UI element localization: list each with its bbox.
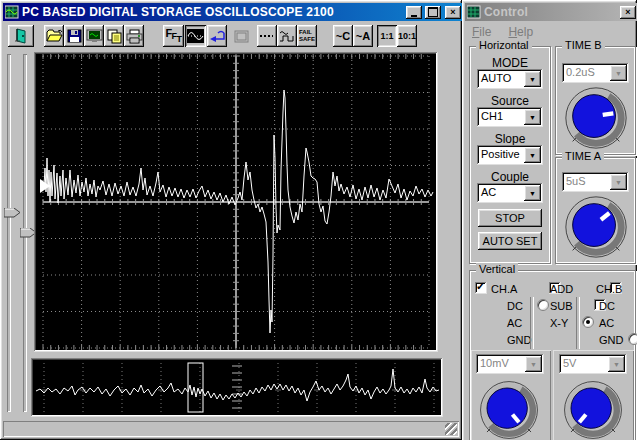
preview-display: [31, 358, 443, 417]
time-b-knob[interactable]: [560, 83, 632, 153]
slope-dropdown-arrow-icon[interactable]: ▼: [524, 147, 541, 163]
ch-a-volts-arrow-icon: ▼: [525, 356, 542, 372]
ch-b-label: CH.B: [596, 283, 622, 295]
trigger-level-marker[interactable]: [40, 179, 50, 193]
vertical-group-label: Vertical: [476, 263, 518, 275]
status-bar: [3, 421, 459, 437]
monitor-icon: [86, 29, 103, 43]
slope-select[interactable]: Positive▼: [477, 145, 543, 165]
radio-ch-a-ac[interactable]: [582, 316, 594, 328]
control-titlebar[interactable]: Control ×: [465, 3, 637, 21]
ch-a-ac-label: AC: [507, 317, 522, 329]
radio-ch-a-dc[interactable]: [537, 299, 549, 311]
ch-b-gain-knob[interactable]: [557, 377, 629, 440]
checkbox-ch-a[interactable]: ✓: [475, 282, 487, 294]
slope-value: Positive: [477, 145, 522, 165]
calibrate-c-button[interactable]: ~C: [333, 25, 353, 47]
control-window-title: Control: [484, 5, 528, 19]
horizontal-group: Horizontal MODE AUTO▼ Source CH1▼ Slope …: [469, 46, 551, 264]
auto-set-button[interactable]: AUTO SET: [478, 232, 542, 250]
fft-icon: FFT: [166, 28, 182, 44]
time-a-dropdown-arrow-icon: ▼: [610, 174, 627, 190]
add-label: ADD: [550, 283, 573, 295]
ch-a-gnd-label: GND: [507, 334, 531, 346]
toolbar: FFT FAILSAFE ~C ~A: [0, 24, 462, 48]
probe-10to1-button[interactable]: 10:1: [397, 25, 417, 47]
ch-a-gain-knob[interactable]: [473, 377, 545, 440]
vertical-group: Vertical ✓ CH.A ✓ ADD ✓ CH.B DC ✓ SUB DC…: [469, 270, 636, 440]
time-a-knob[interactable]: [560, 192, 632, 262]
time-b-select: 0.2uS▼: [562, 63, 629, 83]
source-dropdown-arrow-icon[interactable]: ▼: [524, 109, 541, 125]
position-slider-ch-a[interactable]: [7, 54, 11, 412]
divider: [530, 297, 534, 349]
mode-value: AUTO: [477, 69, 522, 89]
trigger-arrow-button[interactable]: [207, 25, 227, 47]
ch-a-dc-label: DC: [507, 300, 523, 312]
ch-b-gnd-label: GND: [599, 334, 623, 346]
open-file-button[interactable]: [44, 25, 64, 47]
fail-safe-button[interactable]: FAILSAFE: [297, 25, 317, 47]
mode-select[interactable]: AUTO▼: [477, 69, 543, 89]
printer-icon: [126, 29, 143, 44]
slider-thumb-ch-a[interactable]: [4, 208, 21, 218]
maximize-button[interactable]: [425, 6, 441, 19]
source-select[interactable]: CH1▼: [477, 107, 543, 127]
ch-b-ac-label: AC: [599, 317, 614, 329]
main-titlebar[interactable]: PC BASED DIGITAL STORAGE OSCILLOSCOPE 21…: [3, 3, 463, 21]
calibrate-a-button[interactable]: ~A: [353, 25, 373, 47]
mode-dropdown-arrow-icon[interactable]: ▼: [524, 71, 541, 87]
radio-ch-a-gnd[interactable]: [628, 333, 637, 345]
stop-button[interactable]: STOP: [478, 209, 542, 227]
minimize-button[interactable]: [406, 6, 422, 19]
couple-select[interactable]: AC▼: [477, 183, 543, 203]
ch-b-volts-arrow-icon: ▼: [608, 356, 625, 372]
sine-wave-icon: [187, 29, 204, 43]
print-button[interactable]: [124, 25, 144, 47]
dotted-line-button[interactable]: [257, 25, 277, 47]
time-a-group: TIME A 5uS▼: [555, 157, 636, 264]
copy-icon: [106, 29, 122, 44]
ch-a-volts-select: 10mV▼: [476, 354, 544, 374]
slope-label: Slope: [470, 132, 550, 146]
ch-b-volts-select: 5V▼: [559, 354, 627, 374]
grid-toggle-button[interactable]: [231, 25, 251, 47]
dotted-line-icon: [259, 30, 275, 42]
horizontal-group-label: Horizontal: [476, 39, 532, 51]
waveform-display-toggle[interactable]: [185, 25, 206, 47]
save-button[interactable]: [64, 25, 84, 47]
desktop: PC BASED DIGITAL STORAGE OSCILLOSCOPE 21…: [0, 0, 637, 440]
preview-waveform: [33, 360, 441, 415]
menu-file[interactable]: File: [472, 25, 491, 39]
screen-capture-button[interactable]: [84, 25, 104, 47]
menu-help[interactable]: Help: [508, 25, 533, 39]
close-button[interactable]: ×: [445, 6, 461, 19]
ch-a-label: CH.A: [491, 283, 517, 295]
resize-grip-icon[interactable]: [445, 423, 457, 435]
time-a-value: 5uS: [562, 172, 608, 192]
couple-dropdown-arrow-icon[interactable]: ▼: [524, 185, 541, 201]
ch-b-volts-value: 5V: [559, 354, 606, 374]
time-b-group-label: TIME B: [562, 39, 605, 51]
arrow-wave-icon: [209, 29, 226, 43]
exit-button[interactable]: [8, 25, 34, 47]
control-app-icon: [467, 5, 481, 19]
square-wave-button[interactable]: [277, 25, 297, 47]
square-wave-icon: [279, 29, 295, 43]
main-window: PC BASED DIGITAL STORAGE OSCILLOSCOPE 21…: [0, 0, 462, 440]
source-value: CH1: [477, 107, 522, 127]
copy-button[interactable]: [104, 25, 124, 47]
calibrate-c-icon: ~C: [336, 30, 350, 42]
fft-button[interactable]: FFT: [163, 25, 184, 47]
main-window-title: PC BASED DIGITAL STORAGE OSCILLOSCOPE 21…: [22, 5, 334, 19]
probe-1to1-button[interactable]: 1:1: [377, 25, 397, 47]
ch-a-volts-value: 10mV: [476, 354, 523, 374]
time-a-group-label: TIME A: [562, 150, 604, 162]
exit-door-icon: [12, 28, 30, 44]
calibrate-a-icon: ~A: [356, 30, 370, 42]
open-folder-icon: [46, 29, 63, 43]
time-b-group: TIME B 0.2uS▼: [555, 46, 636, 155]
probe-10to1-label: 10:1: [398, 31, 416, 41]
couple-value: AC: [477, 183, 522, 203]
control-close-button[interactable]: ×: [620, 6, 636, 19]
